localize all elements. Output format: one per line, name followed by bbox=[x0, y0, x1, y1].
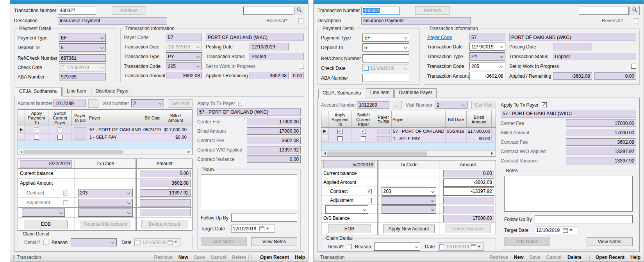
payer-grid-row[interactable]: 57 - PORT OF OAKLAND (WK 05/24/19 $17,00… bbox=[321, 128, 496, 135]
tab-patient[interactable]: CEJA, Sudhanshu bbox=[15, 87, 62, 96]
contract-amount-input[interactable]: -13397.92 bbox=[443, 187, 494, 196]
status-bar: Transaction Retrieve New Save Cancel Del… bbox=[314, 253, 644, 261]
payment-type-select[interactable]: EF bbox=[362, 34, 409, 42]
billed-amount-cell: $0.00 bbox=[163, 134, 188, 141]
check-date-picker[interactable]: 12/10/2019 bbox=[362, 64, 409, 72]
scrollbar-thumb[interactable] bbox=[23, 150, 123, 154]
deposit-to-select[interactable]: 5 bbox=[59, 43, 106, 52]
search-icon bbox=[632, 7, 638, 14]
transaction-number-input[interactable]: 430332 bbox=[361, 7, 400, 15]
window-titlebar bbox=[10, 0, 308, 4]
eob-button[interactable]: EOB bbox=[25, 220, 68, 228]
target-date-picker[interactable]: 12/10/2019 bbox=[535, 226, 578, 234]
denial-checkbox[interactable] bbox=[347, 244, 352, 249]
transaction-number-label: Transaction Number bbox=[14, 8, 58, 13]
adjustment-tx-code-select[interactable] bbox=[382, 196, 436, 205]
apply-new-account-button[interactable]: Apply New Account bbox=[383, 225, 435, 233]
apply-to-tx-payer-checkbox[interactable] bbox=[542, 102, 547, 107]
adjustment-checkbox[interactable] bbox=[367, 198, 372, 203]
tab-line-item[interactable]: Line Item bbox=[62, 87, 90, 96]
follow-up-by-input[interactable] bbox=[231, 214, 297, 222]
contract-checkbox[interactable] bbox=[367, 189, 372, 194]
statusbar-help[interactable]: Help bbox=[630, 255, 640, 260]
apply-payment-checkbox[interactable] bbox=[34, 135, 39, 140]
reversal-label: Reversal? bbox=[602, 18, 623, 23]
statusbar-new[interactable]: New bbox=[178, 255, 188, 260]
notes-textarea[interactable] bbox=[504, 176, 633, 212]
grid-horizontal-scrollbar[interactable] bbox=[321, 150, 496, 156]
view-notes-button[interactable]: View Notes bbox=[251, 237, 297, 246]
switch-payer-checkbox[interactable] bbox=[361, 136, 366, 141]
transaction-number-input[interactable]: 430327 bbox=[58, 7, 96, 15]
target-date-picker[interactable]: 12/10/2019 bbox=[231, 225, 275, 233]
payment-type-select[interactable]: EF bbox=[59, 34, 106, 42]
transaction-type-select[interactable]: PY bbox=[166, 52, 202, 61]
scroll-right-icon[interactable] bbox=[188, 150, 191, 153]
switch-payer-checkbox[interactable] bbox=[57, 135, 62, 140]
search-button[interactable] bbox=[294, 6, 304, 15]
set-to-wip-checkbox[interactable] bbox=[631, 64, 636, 69]
scrollbar-thumb[interactable] bbox=[327, 151, 427, 156]
denial-date-picker[interactable]: 12/10/2019 bbox=[438, 242, 484, 251]
statusbar-save: Save bbox=[530, 255, 541, 260]
transaction-code-select[interactable]: 205 bbox=[166, 62, 202, 70]
dropdown-arrow-icon bbox=[174, 241, 177, 245]
statusbar-help[interactable]: Help bbox=[295, 255, 305, 260]
transaction-code-select[interactable]: 205 bbox=[469, 62, 505, 70]
extra-tx-code-select[interactable] bbox=[382, 205, 436, 214]
service-date-field: 5/22/2019 bbox=[20, 160, 72, 168]
search-button[interactable] bbox=[630, 6, 640, 15]
extra-tx-code-select[interactable] bbox=[78, 209, 133, 217]
search-input[interactable] bbox=[243, 7, 293, 15]
payer-grid-row[interactable]: 1 - SELF PAY $0.00 bbox=[18, 134, 192, 141]
check-date-checkbox[interactable] bbox=[364, 66, 369, 71]
notes-textarea[interactable] bbox=[201, 174, 297, 210]
apply-payment-checkbox[interactable] bbox=[337, 136, 343, 141]
statusbar-open-recent[interactable]: Open Recent bbox=[260, 255, 289, 260]
deposit-to-select[interactable]: 5 bbox=[362, 43, 409, 52]
tab-patient[interactable]: CEJA, Sudhanshu bbox=[318, 89, 365, 98]
tab-distribute-payer[interactable]: Distribute Payer bbox=[91, 87, 133, 96]
payer-code-field: 57 bbox=[469, 34, 505, 41]
transaction-information-group: Transaction Information Payer Code 57 PO… bbox=[424, 29, 640, 85]
statusbar-new[interactable]: New bbox=[514, 255, 524, 260]
claim-denial-group: Claim Denial Denial? Reason Date 12/10/2… bbox=[18, 234, 193, 249]
adjustment-tx-code-select[interactable] bbox=[78, 199, 133, 207]
denial-date-checkbox[interactable] bbox=[439, 244, 444, 249]
visit-number-select[interactable]: 2 bbox=[435, 101, 467, 109]
tab-line-item[interactable]: Line Item bbox=[366, 88, 394, 98]
view-notes-button[interactable]: View Notes bbox=[587, 237, 633, 246]
visit-number-select[interactable]: 2 bbox=[131, 99, 164, 107]
scroll-left-icon[interactable] bbox=[322, 152, 326, 155]
denial-reason-select[interactable] bbox=[374, 242, 420, 251]
transaction-number-label: Transaction Number bbox=[318, 8, 361, 13]
transaction-date-picker[interactable]: 12/ 9/2019 bbox=[469, 43, 505, 51]
scroll-left-icon[interactable] bbox=[19, 150, 22, 153]
grid-horizontal-scrollbar[interactable] bbox=[18, 149, 192, 155]
payer-grid-row[interactable]: 1 - SELF PAY $0.00 bbox=[321, 135, 496, 143]
denial-reason-select[interactable] bbox=[71, 238, 117, 246]
applied-amount-input[interactable]: -3602.08 bbox=[443, 178, 494, 187]
aba-number-input[interactable] bbox=[362, 74, 409, 82]
ref-check-number-input[interactable] bbox=[362, 54, 409, 62]
tab-distribute-payer[interactable]: Distribute Payer bbox=[394, 88, 436, 98]
transaction-amount-input[interactable]: -3602.08 bbox=[469, 72, 505, 80]
follow-up-by-input[interactable] bbox=[535, 215, 633, 223]
statusbar-delete[interactable]: Delete bbox=[567, 255, 582, 260]
contract-tx-code-select[interactable]: 203 bbox=[78, 189, 133, 197]
payer-grid-row[interactable]: 57 - PORT OF OAKLAND (WK 05/24/19 $17,00… bbox=[18, 126, 192, 134]
grip-icon bbox=[317, 255, 318, 260]
extra-type-select[interactable] bbox=[22, 209, 65, 217]
search-input[interactable] bbox=[579, 7, 629, 15]
eob-button[interactable]: EOB bbox=[328, 225, 371, 233]
extra-type-select[interactable] bbox=[325, 205, 368, 214]
contract-tx-code-select[interactable]: 203 bbox=[382, 187, 436, 196]
delete-account-button: Delete Account bbox=[445, 225, 491, 233]
bill-date-cell bbox=[446, 135, 467, 142]
apply-payment-checkbox[interactable] bbox=[337, 129, 343, 134]
scroll-right-icon[interactable] bbox=[491, 152, 495, 155]
switch-payer-checkbox[interactable] bbox=[361, 129, 366, 134]
statusbar-open-recent[interactable]: Open Recent bbox=[596, 255, 624, 260]
payer-code-link[interactable]: Payer Code bbox=[427, 35, 469, 40]
transaction-type-select[interactable]: PY bbox=[469, 52, 505, 61]
